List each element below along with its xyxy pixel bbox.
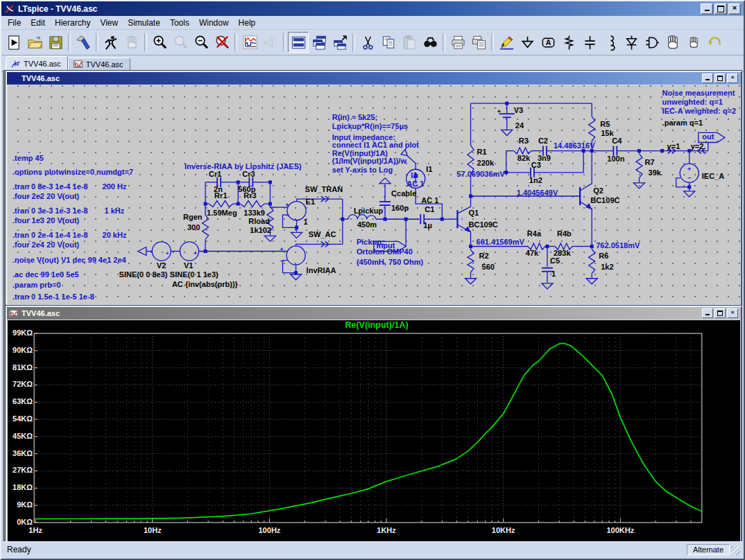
drag-button[interactable] xyxy=(683,32,704,53)
zoom-full-extents-button xyxy=(170,32,191,53)
find-button[interactable] xyxy=(420,32,440,53)
zoomout-icon xyxy=(194,35,209,51)
waveform-maximize-button[interactable] xyxy=(714,308,726,318)
svg-text:C4: C4 xyxy=(612,137,622,145)
capacitor-button[interactable] xyxy=(579,32,600,53)
toolbar-separator xyxy=(68,33,71,51)
open-button[interactable] xyxy=(24,32,45,53)
svg-text:Q1: Q1 xyxy=(469,209,479,217)
run-icon xyxy=(6,35,22,51)
waveform-window: TVV46.asc × 0KΩ9KΩ18KΩ27KΩ36KΩ45KΩ54KΩ63… xyxy=(6,306,742,542)
wire-button[interactable] xyxy=(496,32,517,53)
move-button[interactable] xyxy=(662,32,683,53)
svg-text:1 kHz: 1 kHz xyxy=(105,207,125,215)
maximize-button[interactable] xyxy=(714,3,727,15)
cascade-windows-button[interactable] xyxy=(309,32,329,53)
save-button[interactable] xyxy=(45,32,66,53)
menu-hierarchy[interactable]: Hierarchy xyxy=(50,17,95,29)
cut-button[interactable] xyxy=(357,32,378,53)
tile-windows-button[interactable] xyxy=(288,32,309,53)
copy-button[interactable] xyxy=(378,32,399,53)
svg-text:100n: 100n xyxy=(607,155,624,163)
svg-text:I1: I1 xyxy=(411,171,417,180)
arrange-windows-button[interactable] xyxy=(329,32,350,53)
svg-text:SINE(0 1 1e3): SINE(0 1 1e3) xyxy=(170,270,219,279)
schematic-icon xyxy=(10,59,21,69)
svg-text:160p: 160p xyxy=(391,204,409,212)
net-label-button[interactable] xyxy=(538,32,558,53)
svg-text:Rgen: Rgen xyxy=(183,213,203,221)
waveform-minimize-button[interactable] xyxy=(702,308,713,318)
close-button[interactable]: × xyxy=(728,3,741,15)
zoom-cancel-button[interactable] xyxy=(212,32,232,53)
window-title: LTspice - TVV46.asc xyxy=(18,4,97,14)
plot-settings-button[interactable] xyxy=(239,32,260,53)
waveform-plot-canvas[interactable]: 0KΩ9KΩ18KΩ27KΩ36KΩ45KΩ54KΩ63KΩ72KΩ81KΩ90… xyxy=(8,320,740,541)
svg-text:661.41569mV: 661.41569mV xyxy=(477,238,525,246)
svg-text:300: 300 xyxy=(187,223,200,231)
inductor-button[interactable] xyxy=(600,32,621,53)
halt-button[interactable] xyxy=(101,32,121,53)
print-button[interactable] xyxy=(447,32,468,53)
ground-button[interactable] xyxy=(517,32,538,53)
svg-text:InvRIAA: InvRIAA xyxy=(307,266,336,274)
menu-view[interactable]: View xyxy=(95,17,123,29)
schematic-close-button[interactable]: × xyxy=(727,73,738,83)
toolbar-separator xyxy=(234,33,237,51)
run-button[interactable] xyxy=(3,32,24,53)
menu-edit[interactable]: Edit xyxy=(26,17,50,29)
print-preview-button[interactable] xyxy=(468,32,489,53)
svg-text:200 Hz: 200 Hz xyxy=(103,182,127,191)
svg-text:+: + xyxy=(687,166,691,173)
svg-text:1k102: 1k102 xyxy=(250,226,271,234)
svg-text:R4b: R4b xyxy=(557,229,572,238)
svg-text:.tran 0 8e-3 1e-4 1e-8: .tran 0 8e-3 1e-4 1e-8 xyxy=(12,182,88,191)
waveform-window-title-bar[interactable]: TVV46.asc × xyxy=(7,307,741,320)
resistor-button[interactable] xyxy=(558,32,579,53)
schematic-canvas[interactable]: .temp 45.options plotwinsize=0 numdgt=7.… xyxy=(8,85,740,304)
waveform-close-button[interactable]: × xyxy=(727,308,738,318)
undo-button[interactable] xyxy=(704,32,725,53)
resize-grip[interactable] xyxy=(731,546,740,555)
svg-text:39k: 39k xyxy=(648,168,661,177)
svg-text:1: 1 xyxy=(304,218,308,226)
zoom-in-button[interactable] xyxy=(149,32,170,53)
svg-text:100KHz: 100KHz xyxy=(606,526,634,534)
menu-tools[interactable]: Tools xyxy=(165,17,194,29)
svg-text:Q2: Q2 xyxy=(593,186,603,195)
title-bar[interactable]: LTspice - TVV46.asc × xyxy=(1,1,744,16)
control-panel-button[interactable] xyxy=(73,32,94,53)
component-button[interactable] xyxy=(642,32,662,53)
schematic-window-title-bar[interactable]: TVV46.asc × xyxy=(7,72,741,85)
minimize-button[interactable] xyxy=(701,3,713,15)
tile-icon xyxy=(291,35,307,51)
menu-window[interactable]: Window xyxy=(194,17,234,29)
status-alternate-indicator[interactable]: Alternate xyxy=(687,544,730,555)
cut-icon xyxy=(360,35,376,51)
schematic-window: TVV46.asc × .temp 45.options plotwinsize… xyxy=(6,71,742,306)
svg-text:C5: C5 xyxy=(550,256,560,265)
diode-button[interactable] xyxy=(621,32,642,53)
schematic-maximize-button[interactable] xyxy=(714,73,726,83)
svg-text:AC 1: AC 1 xyxy=(421,196,438,204)
svg-text:E1: E1 xyxy=(306,198,315,206)
status-message: Ready xyxy=(3,545,31,554)
menu-file[interactable]: File xyxy=(3,17,26,29)
pencil-icon xyxy=(499,35,515,51)
tab-waveform[interactable]: TVV46.asc xyxy=(68,58,130,71)
menu-simulate[interactable]: Simulate xyxy=(123,17,165,29)
inductor-icon xyxy=(603,35,619,51)
zoom-out-button[interactable] xyxy=(191,32,212,53)
svg-text:100Hz: 100Hz xyxy=(259,526,281,534)
menu-help[interactable]: Help xyxy=(234,17,261,29)
svg-text:.four 2e4 20 V(out): .four 2e4 20 V(out) xyxy=(12,240,80,249)
tab-schematic[interactable]: TVV46.asc xyxy=(6,56,68,71)
schematic-minimize-button[interactable] xyxy=(702,73,713,83)
svg-text:y=1: y=1 xyxy=(667,142,680,150)
svg-text:1: 1 xyxy=(551,270,556,278)
zoomx-icon xyxy=(214,35,230,51)
waveform-icon xyxy=(8,309,19,318)
svg-text:IEC-A weighted: q=2: IEC-A weighted: q=2 xyxy=(662,107,737,115)
trace-title[interactable]: Re(V(input)/1A) xyxy=(345,320,408,330)
svg-text:V2: V2 xyxy=(157,261,166,270)
